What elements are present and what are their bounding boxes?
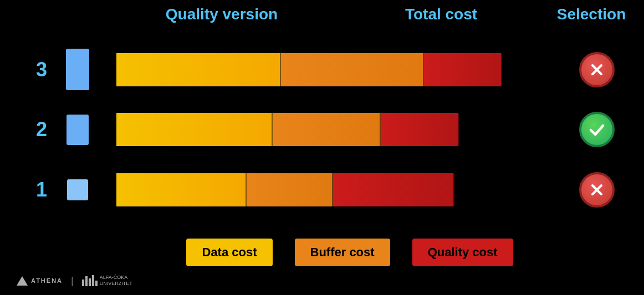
selection-icon-1 [561, 172, 633, 208]
main-container: Quality version Total cost Selection 3 [0, 0, 644, 295]
footer: ATHENA | ALFA-ČOKAUNIVERZITET [11, 272, 633, 289]
header-quality-version: Quality version [133, 6, 310, 23]
row-1-label: 1 [11, 178, 55, 201]
uni-bar-2 [85, 276, 88, 286]
accepted-icon-2 [579, 112, 615, 147]
quality-bar-container-1 [55, 179, 100, 200]
quality-cost-bar-3 [424, 53, 502, 86]
selection-icon-3 [561, 52, 633, 87]
rejected-icon-1 [579, 172, 615, 208]
cost-bars-3 [116, 53, 550, 86]
uni-bar-4 [92, 275, 94, 286]
quality-bar-3 [66, 49, 89, 90]
uni-bars-icon [82, 275, 98, 286]
uni-bar-3 [89, 278, 91, 286]
buffer-cost-bar-2 [273, 113, 381, 146]
quality-cost-bar-1 [333, 173, 454, 206]
legend-buffer-cost: Buffer cost [295, 239, 390, 266]
university-text: ALFA-ČOKAUNIVERZITET [100, 275, 132, 287]
quality-bar-2 [67, 115, 89, 145]
chart-row-3: 3 [11, 48, 633, 92]
quality-cost-bar-2 [381, 113, 459, 146]
athena-label: ATHENA [31, 277, 63, 284]
row-2-label: 2 [11, 118, 55, 141]
cost-bars-1 [116, 173, 550, 206]
footer-divider: | [71, 275, 74, 287]
university-logo: ALFA-ČOKAUNIVERZITET [82, 275, 132, 287]
uni-bar-5 [95, 281, 98, 286]
data-cost-bar-2 [116, 113, 273, 146]
header-row: Quality version Total cost Selection [11, 6, 633, 29]
athena-triangle-icon [17, 276, 28, 286]
chart-row-1: 1 [11, 168, 633, 212]
data-cost-bar-1 [116, 173, 247, 206]
uni-bar-1 [82, 280, 84, 286]
chart-row-2: 2 [11, 107, 633, 152]
data-cost-bar-3 [116, 53, 281, 86]
buffer-cost-bar-1 [247, 173, 333, 206]
rejected-icon-3 [579, 52, 615, 87]
legend-quality-cost: Quality cost [412, 239, 513, 266]
header-selection: Selection [550, 6, 633, 23]
quality-bar-container-3 [55, 49, 100, 90]
selection-icon-2 [561, 112, 633, 147]
quality-bar-1 [67, 179, 88, 200]
legend-data-cost: Data cost [186, 239, 272, 266]
chart-area: 3 2 [11, 29, 633, 230]
quality-bar-container-2 [55, 115, 100, 145]
cost-bars-2 [116, 113, 550, 146]
legend-area: Data cost Buffer cost Quality cost [11, 230, 633, 269]
buffer-cost-bar-3 [281, 53, 424, 86]
row-3-label: 3 [11, 58, 55, 81]
athena-logo: ATHENA [17, 276, 63, 286]
header-total-cost: Total cost [333, 6, 550, 23]
